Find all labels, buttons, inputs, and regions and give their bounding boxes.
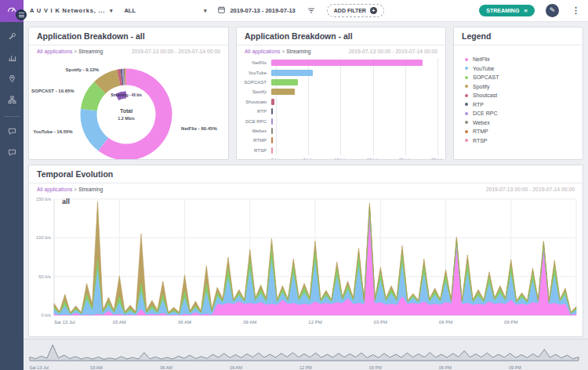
sidebar-item-feedback[interactable] (0, 143, 24, 164)
panel-date-range: 2019-07-13 00:00 - 2019-07-14 00:00 (132, 49, 220, 54)
scope-selector[interactable]: ALL ▾ (124, 7, 206, 14)
bar-axis-tick: 10 b/s (334, 158, 347, 160)
legend-item[interactable]: Webex (465, 120, 583, 125)
date-range-picker[interactable]: 2019-07-13 - 2019-07-13 (217, 5, 295, 16)
donut-slice-label: NetFlix - 60.45% (181, 126, 217, 131)
bar-category-label: Webex (237, 129, 271, 133)
sidebar-item-tools[interactable] (0, 27, 24, 48)
panel-legend: Legend NetFlixYouTubeSOPCASTSpotifyShout… (453, 27, 583, 160)
legend-color-icon (465, 112, 468, 115)
sidebar-item-topology[interactable] (0, 90, 24, 111)
legend-item-label: Webex (473, 120, 490, 125)
legend-color-icon (465, 94, 468, 97)
bar[interactable] (271, 99, 274, 105)
donut-center-value: 1.2 Mb/s (118, 116, 135, 121)
overview-x-tick: 09 PM (509, 365, 521, 370)
company-selector[interactable]: A U V I K Networks, ... ▾ (30, 7, 113, 14)
overflow-menu-button[interactable]: ⋮ (570, 5, 582, 16)
bar-axis-tick: 15 b/s (367, 158, 379, 160)
bar-chart-x-axis: 0 b/s5 b/s10 b/s15 b/s20 b/s25 b/s (276, 158, 437, 160)
streaming-filter-chip[interactable]: STREAMING × (479, 5, 535, 16)
overview-x-tick: 06 PM (439, 365, 452, 370)
legend-item[interactable]: YouTube (465, 66, 583, 71)
bar-category-label: RTP (237, 109, 271, 114)
bar-axis-tick: 5 b/s (303, 158, 314, 160)
bar[interactable] (271, 147, 273, 154)
legend-item[interactable]: NetFlix (465, 56, 583, 62)
main-content: Application Breakdown - all All applicat… (24, 22, 588, 339)
breadcrumb: All applications>Streaming (37, 187, 103, 192)
panel-title: Legend (454, 27, 583, 45)
sidebar-item-chat[interactable] (0, 122, 24, 143)
bar[interactable] (271, 70, 313, 76)
pencil-icon: ✎ (550, 6, 556, 14)
legend-item[interactable]: RTSP (465, 138, 583, 143)
close-icon[interactable]: × (524, 7, 528, 14)
legend-item-label: NetFlix (473, 56, 490, 62)
edit-dashboard-button[interactable]: ✎ (546, 4, 559, 17)
temporal-x-tick: 03 AM (113, 320, 126, 325)
legend-item[interactable]: DCE RPC (465, 111, 583, 116)
overview-x-tick: 12 PM (299, 365, 312, 370)
donut-center-label: Total (120, 108, 132, 114)
bar[interactable] (271, 60, 423, 66)
breadcrumb-all-applications-link[interactable]: All applications (37, 187, 72, 192)
overview-timeline-chart[interactable] (27, 341, 582, 362)
legend-item[interactable]: RTP (465, 102, 583, 107)
donut-chart[interactable]: NetFlix - 60.45%YouTube - 16.55%SOPCAST … (29, 55, 228, 160)
bar-row: SOPCAST (237, 78, 437, 87)
legend-item-label: RTSP (473, 138, 488, 143)
legend-item-label: RTMP (473, 129, 488, 134)
bar-category-label: NetFlix (237, 60, 271, 65)
sidebar-item-reports[interactable] (0, 48, 24, 69)
panel-application-breakdown-donut: Application Breakdown - all All applicat… (28, 27, 229, 160)
temporal-x-tick: 03 PM (374, 320, 387, 325)
chevron-down-icon: ▾ (110, 8, 113, 14)
overview-x-tick: 03 AM (90, 365, 103, 370)
legend-item[interactable]: Shoutcast (465, 92, 583, 98)
bar-category-label: YouTube (237, 71, 271, 75)
temporal-y-tick: 150 b/s (36, 197, 51, 201)
panel-temporal-evolution: Temporal Evolution All applications>Stre… (28, 165, 583, 337)
bar-category-label: RTMP (237, 138, 271, 143)
sidebar-item-locations[interactable] (0, 69, 24, 90)
overview-timeline-axis: Sat 13 Jul03 AM06 AM09 AM12 PM03 PM06 PM… (27, 365, 585, 370)
filter-funnel-icon[interactable] (307, 6, 316, 15)
bar-category-label: SOPCAST (237, 80, 271, 85)
temporal-area-chart[interactable]: 0 b/s50 b/s100 b/s150 b/sSat 13 Jul03 AM… (29, 193, 583, 331)
bar[interactable] (271, 137, 273, 143)
legend-item[interactable]: SOPCAST (465, 74, 583, 80)
legend-item-label: Spotify (473, 84, 489, 89)
sidebar-toggle[interactable] (16, 9, 27, 20)
donut-slice-label: Spotify - 9.12% (66, 67, 100, 72)
bar[interactable] (271, 118, 273, 125)
bar-row: Webex (237, 126, 437, 136)
panel-title: Application Breakdown - all (29, 27, 228, 45)
add-filter-button[interactable]: ADD FILTER + (327, 4, 384, 17)
bar-chart[interactable]: NetFlixYouTubeSOPCASTSpotifyShoutcastRTP… (237, 55, 445, 160)
bar[interactable] (271, 79, 298, 85)
bar-row: Shoutcast (237, 97, 437, 107)
sidebar-divider (4, 116, 20, 117)
chat-bubble-icon (7, 125, 17, 140)
legend-color-icon (465, 85, 468, 88)
legend-item-label: DCE RPC (473, 111, 498, 116)
panel-date-range: 2019-07-13 00:00 - 2019-07-14 00:00 (349, 49, 437, 54)
date-range-value: 2019-07-13 - 2019-07-13 (230, 7, 295, 14)
temporal-x-tick: 06 AM (178, 320, 191, 325)
overview-timeline[interactable]: Sat 13 Jul03 AM06 AM09 AM12 PM03 PM06 PM… (24, 339, 588, 370)
legend-item[interactable]: Spotify (465, 84, 583, 89)
bar[interactable] (271, 128, 273, 134)
bar[interactable] (271, 108, 273, 114)
breadcrumb-all-applications-link[interactable]: All applications (37, 49, 72, 54)
breadcrumb-all-applications-link[interactable]: All applications (245, 49, 280, 54)
breadcrumb: All applications>Streaming (245, 49, 310, 54)
legend-item[interactable]: RTMP (465, 129, 583, 134)
legend-item-label: SOPCAST (473, 74, 499, 80)
inner-ring-label: Streaming - 43 b/s (111, 93, 142, 97)
company-selector-label: A U V I K Networks, ... (30, 7, 105, 14)
wrench-icon (7, 31, 17, 45)
temporal-y-tick: 50 b/s (38, 274, 51, 279)
bar[interactable] (271, 89, 295, 95)
legend-color-icon (465, 121, 468, 124)
